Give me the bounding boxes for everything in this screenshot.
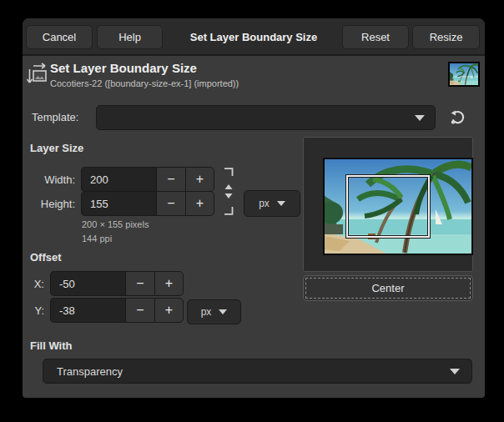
layer-preview-image (323, 158, 473, 255)
chevron-down-icon (219, 309, 227, 314)
offset-heading: Offset (30, 251, 62, 264)
width-increment-button[interactable]: + (185, 167, 214, 192)
width-row: Width: − + (28, 167, 214, 192)
offset-y-row: Y: − + (28, 298, 184, 323)
offset-x-row: X: − + (28, 271, 184, 296)
width-decrement-button[interactable]: − (156, 167, 185, 192)
size-info-text: 200 × 155 pixels (82, 219, 149, 229)
height-increment-button[interactable]: + (185, 191, 214, 216)
layer-boundary-rectangle[interactable] (346, 175, 430, 238)
height-decrement-button[interactable]: − (156, 191, 185, 216)
offset-x-increment-button[interactable]: + (154, 271, 184, 296)
layer-thumbnail (448, 62, 480, 87)
template-label: Template: (32, 105, 78, 130)
reset-button[interactable]: Reset (342, 25, 409, 49)
size-unit-dropdown[interactable]: px (244, 190, 300, 217)
center-button[interactable]: Center (303, 275, 473, 301)
offset-y-label: Y: (28, 304, 50, 317)
offset-y-input[interactable] (50, 298, 125, 323)
height-label: Height: (28, 198, 81, 210)
reset-to-default-icon (449, 109, 466, 126)
desktop-background: Cancel Help Set Layer Boundary Size Rese… (0, 0, 504, 422)
dialog-title: Set Layer Boundary Size (190, 18, 317, 56)
resize-button[interactable]: Resize (412, 25, 480, 49)
fill-with-value: Transparency (57, 365, 123, 378)
dialog-subtitle: Cocotiers-22 ([boundary-size-ex-1] (impo… (50, 78, 239, 88)
fill-with-heading: Fill With (30, 339, 72, 352)
chain-broken-icon[interactable] (222, 168, 236, 215)
width-input[interactable] (81, 167, 156, 192)
dialog-titlebar[interactable]: Cancel Help Set Layer Boundary Size Rese… (23, 18, 485, 56)
offset-x-label: X: (28, 278, 50, 290)
layer-preview-panel[interactable] (303, 137, 473, 272)
offset-y-increment-button[interactable]: + (154, 298, 184, 323)
offset-x-decrement-button[interactable]: − (125, 271, 154, 296)
offset-y-decrement-button[interactable]: − (125, 298, 154, 323)
template-dropdown[interactable] (96, 105, 436, 130)
help-button[interactable]: Help (97, 25, 163, 49)
chevron-down-icon (415, 115, 425, 121)
size-unit-value: px (259, 198, 270, 209)
resolution-info-text: 144 ppi (82, 234, 112, 244)
offset-unit-value: px (201, 306, 212, 318)
cancel-button[interactable]: Cancel (26, 25, 93, 49)
fill-with-dropdown[interactable]: Transparency (43, 359, 472, 384)
layer-size-heading: Layer Size (30, 142, 83, 154)
offset-x-input[interactable] (50, 271, 125, 296)
offset-unit-dropdown[interactable]: px (187, 299, 241, 324)
resize-layer-icon (27, 63, 49, 88)
dialog-heading: Set Layer Boundary Size (50, 61, 197, 75)
height-input[interactable] (81, 191, 156, 216)
chevron-down-icon (277, 201, 285, 206)
chevron-down-icon (450, 369, 460, 374)
template-reset-button[interactable] (446, 107, 468, 128)
width-label: Width: (28, 173, 81, 186)
set-layer-boundary-size-dialog: Cancel Help Set Layer Boundary Size Rese… (23, 18, 485, 398)
height-row: Height: − + (28, 191, 214, 216)
